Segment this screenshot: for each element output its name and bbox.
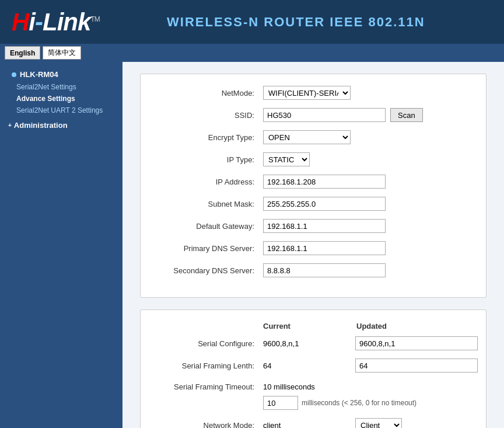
netmode-control: WIFI(CLIENT)-SERIALWIFI(AP)-SERIALWIRED-…	[263, 86, 468, 100]
ipaddress-input[interactable]	[263, 175, 386, 189]
primary-dns-input[interactable]	[263, 241, 386, 255]
logo-area: Hi-LinkTM	[12, 8, 100, 36]
secondary-dns-input[interactable]	[263, 263, 386, 277]
iptype-row: IP Type: STATICDHCP	[158, 152, 468, 166]
serial-settings-section: Current Updated Serial Configure: 9600,8…	[140, 309, 487, 428]
serial-header: Current Updated	[158, 322, 468, 330]
ipaddress-row: IP Address:	[158, 175, 468, 189]
network-mode-control: client ClientServer	[263, 418, 468, 428]
framing-timeout-input[interactable]	[263, 396, 298, 410]
primary-dns-control	[263, 241, 468, 255]
primary-dns-label: Primary DNS Server:	[158, 244, 263, 253]
scan-button[interactable]: Scan	[390, 108, 423, 122]
ssid-control: Scan	[263, 108, 468, 122]
netmode-row: NetMode: WIFI(CLIENT)-SERIALWIFI(AP)-SER…	[158, 86, 468, 100]
framing-timeout-current: 10 milliseconds	[263, 381, 351, 391]
sidebar-item-uart2[interactable]: Serial2Net UART 2 Settings	[0, 105, 123, 116]
updated-col-header: Updated	[356, 322, 387, 330]
content: NetMode: WIFI(CLIENT)-SERIALWIFI(AP)-SER…	[123, 62, 504, 428]
current-col-header: Current	[263, 322, 356, 330]
network-mode-row: Network Mode: client ClientServer	[158, 418, 468, 428]
main-layout: HLK-RM04 Serial2Net Settings Advance Set…	[0, 62, 504, 428]
sidebar-device: HLK-RM04	[0, 68, 123, 81]
framing-length-row: Serial Framing Lenth: 64	[158, 359, 468, 373]
ssid-row: SSID: Scan	[158, 108, 468, 122]
secondary-dns-control	[263, 263, 468, 277]
sidebar-item-advance[interactable]: Advance Settings	[0, 93, 123, 105]
device-label: HLK-RM04	[20, 70, 58, 79]
gateway-label: Default Gateway:	[158, 222, 263, 231]
network-mode-current: client	[263, 421, 351, 429]
subnet-row: Subnet Mask:	[158, 197, 468, 211]
serial-config-row: Serial Configure: 9600,8,n,1	[158, 336, 468, 350]
serial-config-input[interactable]	[355, 336, 478, 350]
chinese-button[interactable]: 简体中文	[43, 46, 81, 60]
ssid-label: SSID:	[158, 111, 263, 120]
primary-dns-row: Primary DNS Server:	[158, 241, 468, 255]
iptype-control: STATICDHCP	[263, 152, 468, 166]
encrypt-row: Encrypt Type: OPENWEPWPAWPA2	[158, 130, 468, 144]
sidebar: HLK-RM04 Serial2Net Settings Advance Set…	[0, 62, 123, 428]
wifi-settings-section: NetMode: WIFI(CLIENT)-SERIALWIFI(AP)-SER…	[140, 74, 487, 298]
logo: Hi-LinkTM	[12, 8, 100, 36]
framing-timeout-control: 10 milliseconds milliseconds (< 256, 0 f…	[263, 381, 468, 410]
netmode-select[interactable]: WIFI(CLIENT)-SERIALWIFI(AP)-SERIALWIRED-…	[263, 86, 351, 100]
sidebar-item-serial2net[interactable]: Serial2Net Settings	[0, 81, 123, 93]
gateway-control	[263, 219, 468, 233]
admin-label: Administration	[14, 121, 68, 130]
iptype-select[interactable]: STATICDHCP	[263, 152, 310, 166]
gateway-row: Default Gateway:	[158, 219, 468, 233]
encrypt-label: Encrypt Type:	[158, 133, 263, 142]
sidebar-item-administration[interactable]: + Administration	[0, 119, 123, 132]
serial-config-control: 9600,8,n,1	[263, 336, 478, 350]
subnet-label: Subnet Mask:	[158, 200, 263, 208]
trademark: TM	[90, 15, 99, 23]
network-mode-select[interactable]: ClientServer	[355, 418, 402, 428]
secondary-dns-label: Secondary DNS Server:	[158, 266, 263, 275]
encrypt-select[interactable]: OPENWEPWPAWPA2	[263, 130, 351, 144]
serial-config-current: 9600,8,n,1	[263, 339, 351, 348]
ssid-input[interactable]	[263, 108, 386, 122]
english-button[interactable]: English	[5, 46, 40, 60]
header-title: WIRELESS-N ROUTER IEEE 802.11N	[100, 15, 492, 30]
header: Hi-LinkTM WIRELESS-N ROUTER IEEE 802.11N	[0, 0, 504, 44]
framing-timeout-row: Serial Framing Timeout: 10 milliseconds …	[158, 381, 468, 410]
iptype-label: IP Type:	[158, 155, 263, 164]
gateway-input[interactable]	[263, 219, 386, 233]
serial-config-label: Serial Configure:	[158, 339, 263, 348]
secondary-dns-row: Secondary DNS Server:	[158, 263, 468, 277]
subnet-input[interactable]	[263, 197, 386, 211]
framing-length-input[interactable]	[355, 359, 478, 373]
network-mode-label: Network Mode:	[158, 421, 263, 429]
framing-length-control: 64	[263, 359, 478, 373]
framing-length-label: Serial Framing Lenth:	[158, 361, 263, 370]
subnet-control	[263, 197, 468, 211]
lang-bar: English 简体中文	[0, 44, 504, 62]
expand-icon: +	[8, 122, 12, 128]
framing-timeout-note: milliseconds (< 256, 0 for no timeout)	[302, 399, 416, 408]
netmode-label: NetMode:	[158, 89, 263, 98]
device-bullet	[12, 72, 16, 77]
ipaddress-control	[263, 175, 468, 189]
framing-timeout-label: Serial Framing Timeout:	[158, 381, 263, 391]
framing-length-current: 64	[263, 361, 351, 370]
encrypt-control: OPENWEPWPAWPA2	[263, 130, 468, 144]
ipaddress-label: IP Address:	[158, 178, 263, 186]
